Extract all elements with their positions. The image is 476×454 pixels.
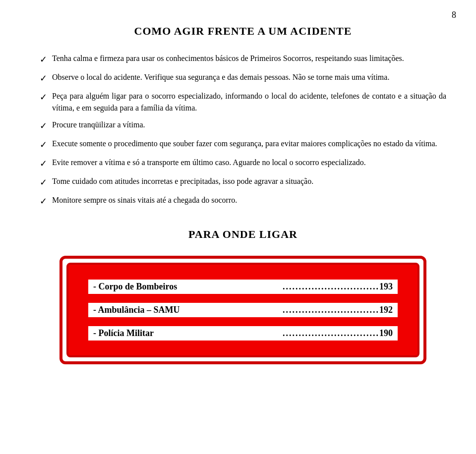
checkmark-icon: ✓ <box>40 91 47 104</box>
contact-dots: .............................. <box>283 305 379 315</box>
contact-dots-number: .............................. 193 <box>283 282 393 292</box>
checklist-item-text: Tome cuidado com atitudes incorretas e p… <box>52 175 446 187</box>
checkmark-icon: ✓ <box>40 119 47 133</box>
checklist-item: ✓ Procure tranqüilizar a vítima. <box>40 119 446 133</box>
checklist-item: ✓ Monitore sempre os sinais vitais até a… <box>40 194 446 208</box>
contact-dots-number: .............................. 190 <box>283 328 393 339</box>
checklist-item: ✓ Peça para alguém ligar para o socorro … <box>40 90 446 114</box>
contact-box-inner: - Corpo de Bombeiros ...................… <box>66 263 419 357</box>
checkmark-icon: ✓ <box>40 195 47 208</box>
checklist-item-text: Execute somente o procedimento que soube… <box>52 138 446 150</box>
contact-item: - Polícia Militar ......................… <box>88 326 398 340</box>
contact-dots-number: .............................. 192 <box>283 305 393 315</box>
contact-label: - Polícia Militar <box>93 328 154 339</box>
contact-label: - Corpo de Bombeiros <box>93 282 177 292</box>
section-title: PARA ONDE LIGAR <box>40 228 446 241</box>
checklist-item: ✓ Execute somente o procedimento que sou… <box>40 138 446 152</box>
checklist-item: ✓ Evite remover a vítima e só a transpor… <box>40 157 446 170</box>
checkmark-icon: ✓ <box>40 138 47 152</box>
checklist-item: ✓ Tome cuidado com atitudes incorretas e… <box>40 175 446 189</box>
page-number: 8 <box>452 10 456 20</box>
checkmark-icon: ✓ <box>40 53 47 66</box>
checklist-item-text: Peça para alguém ligar para o socorro es… <box>52 90 446 114</box>
checkmark-icon: ✓ <box>40 157 47 170</box>
checklist-item-text: Procure tranqüilizar a vítima. <box>52 119 446 131</box>
checklist-item-text: Evite remover a vítima e só a transporte… <box>52 157 446 169</box>
checklist-item-text: Tenha calma e firmeza para usar os conhe… <box>52 53 446 64</box>
checklist-item: ✓ Observe o local do acidente. Verifique… <box>40 71 446 85</box>
contact-item: - Corpo de Bombeiros ...................… <box>88 280 398 294</box>
contact-number: 192 <box>379 305 393 315</box>
checklist-item-text: Observe o local do acidente. Verifique s… <box>52 71 446 83</box>
checklist-item: ✓ Tenha calma e firmeza para usar os con… <box>40 53 446 66</box>
contact-label: - Ambulância – SAMU <box>93 305 180 315</box>
contact-dots: .............................. <box>283 282 379 292</box>
contact-number: 190 <box>379 328 393 339</box>
contact-item: - Ambulância – SAMU ....................… <box>88 303 398 317</box>
page-title: COMO AGIR FRENTE A UM ACIDENTE <box>40 25 446 38</box>
contact-dots: .............................. <box>283 328 379 339</box>
checkmark-icon: ✓ <box>40 72 47 85</box>
contact-box-outer: - Corpo de Bombeiros ...................… <box>60 256 426 364</box>
contact-number: 193 <box>379 282 393 292</box>
checkmark-icon: ✓ <box>40 176 47 189</box>
checklist-item-text: Monitore sempre os sinais vitais até a c… <box>52 194 446 206</box>
checklist: ✓ Tenha calma e firmeza para usar os con… <box>40 53 446 208</box>
